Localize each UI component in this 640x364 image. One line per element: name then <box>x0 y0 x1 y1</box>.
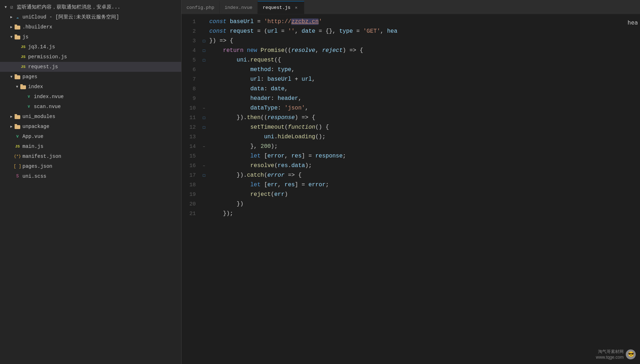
arrow-icon <box>9 14 14 20</box>
vue-file-icon: V <box>14 133 21 140</box>
svg-rect-9 <box>15 114 17 116</box>
tab-label-config-php: config.php <box>187 5 214 10</box>
sidebar-item-unicloud[interactable]: ☁ uniCloud - [阿里云:未关联云服务空间] <box>0 12 181 22</box>
fold-gutter-16[interactable]: − <box>201 161 206 171</box>
line-number-10: 10 <box>182 104 201 113</box>
file-tree: ☑ 监听通知栏内容，获取通知栏消息，安卓原... ☁ uniCloud - [阿… <box>0 0 181 364</box>
line-number-8: 8 <box>182 85 201 94</box>
fold-gutter-10[interactable]: − <box>201 104 206 113</box>
code-line-11: 11□ }).then((response) => { <box>182 113 640 123</box>
code-line-13: 13 uni.hideLoading(); <box>182 132 640 142</box>
sidebar-item-main-js[interactable]: JS main.js <box>0 141 181 151</box>
sidebar-item-unpackage[interactable]: unpackage <box>0 122 181 132</box>
sidebar-label-scan-nvue: scan.nvue <box>34 104 181 109</box>
sidebar-item-hbuilderx[interactable]: .hbuilderx <box>0 22 181 32</box>
code-line-3: 3□}) => { <box>182 36 640 46</box>
tab-bar: config.php index.nvue request.js ✕ <box>182 0 640 14</box>
fold-gutter-12[interactable]: □ <box>201 123 206 132</box>
arrow-icon <box>3 4 9 10</box>
sidebar-label-unicloud: uniCloud - [阿里云:未关联云服务空间] <box>22 14 181 20</box>
tab-close-button[interactable]: ✕ <box>293 5 299 11</box>
code-content-12: setTimeout(function() { <box>206 123 640 132</box>
sidebar-label-pages-json: pages.json <box>22 164 181 169</box>
checkbox-icon: ☑ <box>9 4 15 10</box>
code-editor[interactable]: 1const baseUrl = 'http://zzcbz.cn'2const… <box>182 14 640 364</box>
line-number-6: 6 <box>182 65 201 75</box>
sidebar-item-index-folder[interactable]: index <box>0 82 181 92</box>
sidebar-item-index-nvue[interactable]: V index.nvue <box>0 92 181 102</box>
sidebar-item-pages-folder[interactable]: pages <box>0 72 181 82</box>
sidebar-item-manifest[interactable]: {*} manifest.json <box>0 151 181 161</box>
code-line-12: 12□ setTimeout(function() { <box>182 123 640 132</box>
sidebar-item-jq3[interactable]: JS jq3.14.js <box>0 42 181 52</box>
nvue-file-icon: V <box>26 103 32 110</box>
code-content-18: let [err, res] = error; <box>206 180 640 189</box>
code-content-11: }).then((response) => { <box>206 113 640 122</box>
sidebar-item-scan-nvue[interactable]: V scan.nvue <box>0 102 181 112</box>
arrow-icon <box>9 34 14 40</box>
code-line-15: 15 let [error, res] = response; <box>182 151 640 161</box>
fold-gutter-14[interactable]: − <box>201 142 206 151</box>
folder-icon <box>14 123 21 130</box>
code-content-10: dataType: 'json', <box>206 103 640 113</box>
fold-gutter-3[interactable]: □ <box>201 37 206 46</box>
fold-gutter-4[interactable]: □ <box>201 46 206 55</box>
code-content-6: method: type, <box>206 65 640 74</box>
code-content-14: }, 200); <box>206 142 640 151</box>
line-number-2: 2 <box>182 27 201 36</box>
svg-rect-6 <box>20 85 26 89</box>
code-line-16: 16− resolve(res.data); <box>182 161 640 171</box>
svg-rect-7 <box>20 84 23 86</box>
sidebar: ☑ 监听通知栏内容，获取通知栏消息，安卓原... ☁ uniCloud - [阿… <box>0 0 182 364</box>
sidebar-item-js-folder[interactable]: js <box>0 32 181 42</box>
arrow-icon <box>14 84 20 90</box>
code-line-17: 17□ }).catch(error => { <box>182 171 640 180</box>
svg-rect-3 <box>15 34 17 36</box>
sidebar-label-pages-folder: pages <box>22 74 181 80</box>
svg-rect-11 <box>15 124 17 125</box>
tab-config-php[interactable]: config.php <box>182 1 220 14</box>
arrow-icon <box>9 74 14 80</box>
js-file-icon: JS <box>14 143 21 150</box>
line-number-20: 20 <box>182 200 201 209</box>
code-content-21: }); <box>206 209 640 218</box>
sidebar-label-unpackage: unpackage <box>22 124 181 129</box>
editor-pane: config.php index.nvue request.js ✕ 1cons… <box>182 0 640 364</box>
sidebar-item-pages-json[interactable]: [ ] pages.json <box>0 161 181 171</box>
folder-icon <box>14 24 21 30</box>
code-line-6: 6 method: type, <box>182 65 640 75</box>
line-number-7: 7 <box>182 75 201 84</box>
code-line-10: 10− dataType: 'json', <box>182 103 640 113</box>
sidebar-item-uni-scss[interactable]: S uni.scss <box>0 171 181 181</box>
tab-index-nvue[interactable]: index.nvue <box>220 1 258 14</box>
tab-request-js[interactable]: request.js ✕ <box>258 1 304 14</box>
fold-gutter-17[interactable]: □ <box>201 171 206 180</box>
code-content-3: }) => { <box>206 36 640 46</box>
line-number-21: 21 <box>182 209 201 219</box>
watermark: 淘气哥素材网 www.tqge.com 😎 <box>596 349 636 360</box>
arrow-icon <box>9 114 14 119</box>
nvue-file-icon: V <box>26 93 32 100</box>
cloud-icon: ☁ <box>14 14 21 20</box>
sidebar-item-app-vue[interactable]: V App.vue <box>0 132 181 141</box>
sidebar-item-request[interactable]: JS request.js <box>0 62 181 72</box>
sidebar-label-main-js: main.js <box>22 144 181 149</box>
sidebar-label-uni-modules: uni_modules <box>22 114 181 119</box>
code-content-1: const baseUrl = 'http://zzcbz.cn' <box>206 17 640 26</box>
line-number-19: 19 <box>182 190 201 199</box>
js-file-icon: JS <box>20 64 26 70</box>
code-line-18: 18 let [err, res] = error; <box>182 180 640 190</box>
sidebar-item-root[interactable]: ☑ 监听通知栏内容，获取通知栏消息，安卓原... <box>0 2 181 12</box>
code-line-8: 8 data: date, <box>182 84 640 94</box>
svg-rect-1 <box>15 25 17 26</box>
code-line-7: 7 url: baseUrl + url, <box>182 75 640 84</box>
sidebar-item-uni-modules[interactable]: uni_modules <box>0 112 181 122</box>
code-content-19: reject(err) <box>206 190 640 199</box>
sidebar-label-root: 监听通知栏内容，获取通知栏消息，安卓原... <box>17 4 181 10</box>
fold-gutter-11[interactable]: □ <box>201 113 206 123</box>
code-line-1: 1const baseUrl = 'http://zzcbz.cn' <box>182 17 640 27</box>
sidebar-item-permission[interactable]: JS permission.js <box>0 52 181 62</box>
code-content-8: data: date, <box>206 84 640 93</box>
fold-gutter-5[interactable]: □ <box>201 56 206 65</box>
folder-icon <box>20 84 26 90</box>
